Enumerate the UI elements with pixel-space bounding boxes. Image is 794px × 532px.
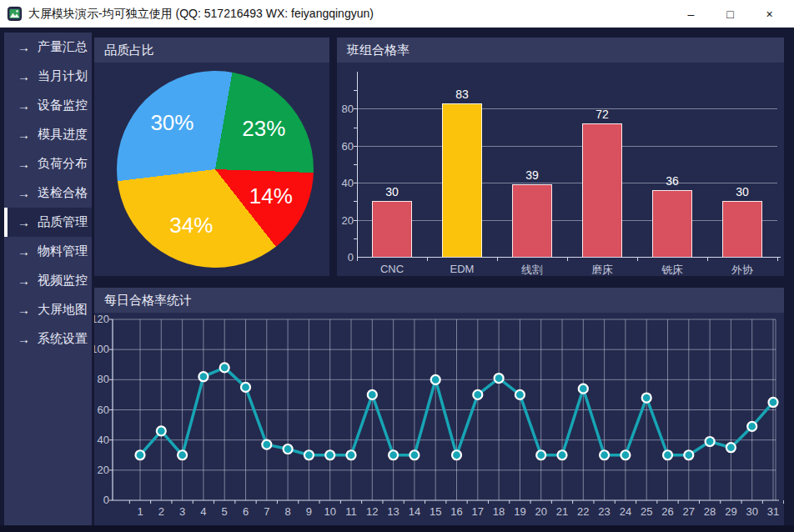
x-axis-label: 22 [577,505,589,518]
sidebar-item-7[interactable]: →品质管理 [4,208,92,237]
bar-panel-title: 班组合格率 [347,43,410,57]
data-point-3[interactable] [178,450,187,459]
x-axis-label: 1 [137,505,143,518]
x-axis-label: 27 [683,505,695,518]
y-axis-label: 60 [98,404,109,416]
x-axis-label: 18 [493,505,505,518]
y-axis-label: 0 [337,251,354,263]
pie-slice-label: 14% [249,183,293,208]
data-point-31[interactable] [769,398,778,407]
data-point-28[interactable] [706,437,715,446]
x-axis-label: 19 [514,505,525,518]
close-button[interactable]: × [750,0,789,28]
y-axis-label: 40 [337,177,354,189]
data-point-26[interactable] [663,450,672,459]
line-chart-area[interactable]: 0204060801001201234567891011121314151617… [94,313,784,525]
sidebar-item-6[interactable]: →送检合格 [4,178,92,208]
data-point-22[interactable] [579,384,588,394]
gridline [357,108,777,109]
data-point-4[interactable] [198,372,208,381]
data-point-5[interactable] [220,363,229,372]
window-title: 大屏模块演示-均可独立使用 (QQ: 517216493 WX: feiyang… [28,7,374,22]
x-axis-label: 24 [620,505,631,518]
pie-panel-title: 品质占比 [104,43,154,57]
data-point-10[interactable] [325,450,334,459]
line-chart-svg[interactable]: 0204060801001201234567891011121314151617… [94,313,784,525]
y-axis-label: 80 [337,103,354,115]
data-point-14[interactable] [410,450,419,459]
minimize-button[interactable]: – [671,0,711,28]
arrow-icon: → [18,215,30,229]
x-axis-label: 17 [472,505,484,518]
sidebar-item-1[interactable]: →产量汇总 [4,33,92,62]
x-axis-tick [637,258,638,261]
data-point-16[interactable] [452,450,461,459]
bar-铣床[interactable] [652,190,692,257]
data-point-25[interactable] [642,394,651,403]
y-axis-label: 100 [94,343,109,355]
arrow-icon: → [18,157,30,171]
x-axis-tick [497,258,498,261]
data-point-21[interactable] [558,450,567,459]
data-point-12[interactable] [368,390,377,399]
bar-chart-area[interactable]: 02040608030CNC83EDM39线割72磨床36铣床30外协 [337,63,784,276]
titlebar[interactable]: 大屏模块演示-均可独立使用 (QQ: 517216493 WX: feiyang… [0,0,794,28]
x-axis-label: 磨床 [591,263,613,278]
pie-chart[interactable] [117,71,314,268]
pie-slice-label: 30% [150,109,193,135]
sidebar-item-label: 当月计划 [38,68,88,84]
maximize-button[interactable]: □ [711,0,750,28]
bar-EDM[interactable] [442,103,482,257]
data-point-8[interactable] [284,444,293,454]
data-point-20[interactable] [536,450,545,459]
data-point-29[interactable] [726,443,736,452]
x-axis-tick [567,258,568,261]
data-point-13[interactable] [389,450,398,459]
sidebar-item-9[interactable]: →视频监控 [4,266,92,295]
bar-CNC[interactable] [372,201,412,257]
x-axis-label: 30 [746,505,757,518]
bar-panel: 班组合格率 02040608030CNC83EDM39线割72磨床36铣床30外… [337,38,784,276]
x-axis-label: 5 [222,505,228,518]
bar-外协[interactable] [722,201,762,257]
sidebar-item-8[interactable]: →物料管理 [4,237,92,266]
sidebar-item-3[interactable]: →设备监控 [4,91,92,120]
data-point-18[interactable] [495,374,504,383]
sidebar-item-5[interactable]: →负荷分布 [4,149,92,178]
bar-磨床[interactable] [582,123,622,257]
sidebar-item-10[interactable]: →大屏地图 [4,295,92,324]
data-point-24[interactable] [621,450,630,459]
data-point-7[interactable] [262,440,271,449]
data-point-17[interactable] [473,390,482,399]
data-point-6[interactable] [241,383,250,392]
x-axis-label: 9 [306,505,312,518]
sidebar-item-2[interactable]: →当月计划 [4,62,92,91]
data-point-27[interactable] [684,450,693,459]
sidebar-item-label: 负荷分布 [38,156,88,172]
x-axis-label: 3 [179,505,185,518]
sidebar-item-label: 产量汇总 [38,39,88,55]
sidebar-item-4[interactable]: →模具进度 [4,120,92,149]
data-point-15[interactable] [431,375,440,384]
sidebar: →产量汇总→当月计划→设备监控→模具进度→负荷分布→送检合格→品质管理→物料管理… [4,33,92,525]
x-axis-label: 20 [535,505,546,518]
sidebar-item-11[interactable]: →系统设置 [4,324,92,354]
data-point-23[interactable] [600,450,609,459]
sidebar-item-label: 模具进度 [38,127,88,143]
line-panel: 每日合格率统计 02040608010012012345678910111213… [94,288,784,525]
data-point-19[interactable] [515,390,525,399]
data-point-9[interactable] [304,450,314,459]
x-axis-label: 16 [450,505,462,518]
data-point-2[interactable] [157,426,166,435]
x-axis-label: 31 [767,505,779,518]
data-point-30[interactable] [747,422,756,431]
x-axis-label: 23 [598,505,610,518]
data-point-11[interactable] [347,450,356,459]
y-axis-label: 0 [103,494,109,506]
x-axis-label: 6 [243,505,249,518]
gridline [357,146,777,147]
data-point-1[interactable] [136,450,145,459]
y-axis-label: 40 [98,434,109,446]
sidebar-item-label: 设备监控 [38,98,88,113]
bar-线割[interactable] [512,184,552,257]
